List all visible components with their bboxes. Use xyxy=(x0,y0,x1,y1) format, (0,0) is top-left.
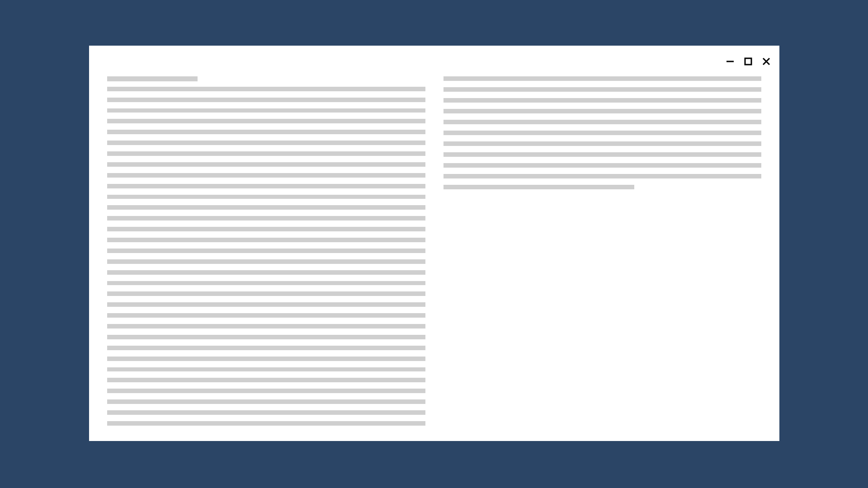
left-column xyxy=(107,76,425,432)
svg-rect-1 xyxy=(745,58,751,65)
text-line-placeholder xyxy=(107,367,425,372)
text-line-placeholder xyxy=(443,76,762,81)
close-icon xyxy=(762,57,770,66)
text-line-placeholder xyxy=(107,98,425,102)
text-line-placeholder xyxy=(107,389,425,393)
text-line-placeholder xyxy=(107,281,425,286)
text-line-placeholder xyxy=(107,259,425,264)
text-line-placeholder xyxy=(107,324,425,328)
text-line-placeholder xyxy=(107,162,425,167)
text-line-placeholder xyxy=(107,302,425,307)
right-column xyxy=(443,76,762,432)
text-line-placeholder xyxy=(107,346,425,350)
text-line-placeholder xyxy=(107,227,425,231)
close-button[interactable] xyxy=(761,56,771,66)
text-line-placeholder xyxy=(107,216,425,221)
document-title-placeholder xyxy=(107,76,198,81)
text-line-placeholder xyxy=(107,173,425,178)
text-line-placeholder xyxy=(443,131,762,135)
text-line-placeholder xyxy=(107,378,425,382)
text-line-placeholder xyxy=(107,410,425,415)
text-line-placeholder xyxy=(107,291,425,296)
application-window xyxy=(89,46,779,441)
text-line-placeholder xyxy=(107,195,425,199)
text-line-placeholder xyxy=(107,184,425,188)
text-line-placeholder xyxy=(443,120,762,124)
document-content xyxy=(107,76,761,432)
text-line-placeholder xyxy=(107,357,425,361)
text-line-placeholder xyxy=(107,249,425,253)
text-line-placeholder xyxy=(107,141,425,145)
minimize-button[interactable] xyxy=(725,56,735,66)
text-line-placeholder xyxy=(443,87,762,92)
maximize-icon xyxy=(744,57,752,66)
text-line-placeholder xyxy=(107,238,425,242)
text-line-placeholder xyxy=(107,108,425,113)
text-line-placeholder xyxy=(443,163,762,168)
text-line-placeholder xyxy=(107,151,425,156)
text-line-placeholder xyxy=(107,335,425,339)
text-line-placeholder xyxy=(107,205,425,210)
text-line-placeholder xyxy=(443,98,762,103)
text-line-placeholder xyxy=(107,87,425,91)
text-line-placeholder xyxy=(443,152,762,157)
maximize-button[interactable] xyxy=(743,56,753,66)
text-line-placeholder xyxy=(107,399,425,404)
text-line-placeholder xyxy=(107,270,425,275)
text-line-placeholder xyxy=(443,141,762,146)
window-controls xyxy=(725,56,771,66)
text-line-placeholder xyxy=(107,313,425,318)
text-line-placeholder xyxy=(107,130,425,134)
minimize-icon xyxy=(726,57,734,66)
text-line-placeholder xyxy=(107,421,425,426)
text-line-placeholder xyxy=(443,185,634,189)
text-line-placeholder xyxy=(443,109,762,113)
text-line-placeholder xyxy=(107,119,425,123)
text-line-placeholder xyxy=(443,174,762,178)
